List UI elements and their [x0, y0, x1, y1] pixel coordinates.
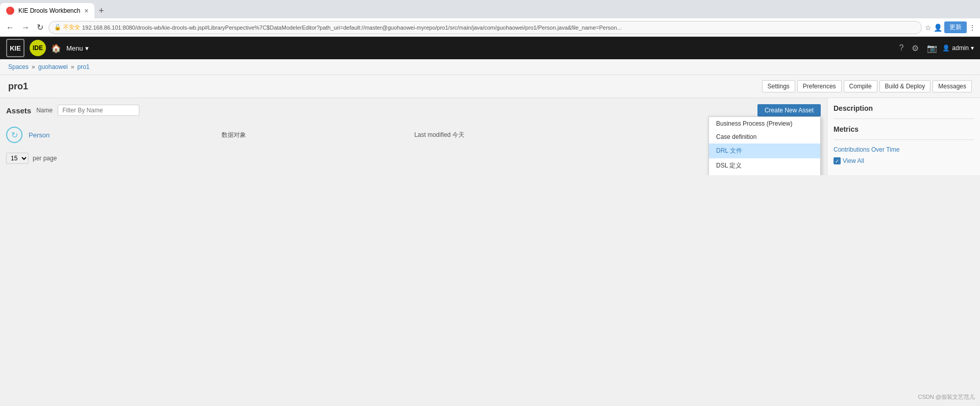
active-tab: 🔴 KIE Drools Workbench × — [0, 3, 94, 18]
per-page-label: per page — [33, 155, 57, 162]
breadcrumb-spaces[interactable]: Spaces — [8, 63, 29, 70]
dropdown-item[interactable]: DSL 定义 — [709, 158, 820, 173]
header-icons: ? ⚙ 📷 — [899, 43, 937, 53]
user-button[interactable]: 👤 — [934, 21, 942, 33]
dropdown-items: Business Process (Preview)Case definitio… — [709, 117, 820, 175]
asset-icon: ↻ — [6, 127, 22, 143]
browser-actions: ☆ 👤 更新 ⋮ — [925, 21, 976, 33]
help-icon[interactable]: ? — [899, 43, 903, 53]
breadcrumb-pro1[interactable]: pro1 — [77, 63, 89, 70]
tab-bar: 🔴 KIE Drools Workbench × + — [0, 0, 980, 18]
address-bar[interactable]: 🔓 不安全 192.168.86.101:8080/drools-wb/kie-… — [48, 21, 922, 34]
filter-label: Name — [36, 107, 53, 114]
home-button[interactable]: 🏠 — [51, 43, 61, 53]
description-divider — [834, 118, 974, 119]
admin-chevron-icon: ▾ — [971, 44, 974, 52]
view-all-label: View All — [843, 157, 864, 164]
ide-badge: IDE — [30, 40, 46, 56]
browser-chrome: 🔴 KIE Drools Workbench × + ← → ↻ 🔓 不安全 1… — [0, 0, 980, 37]
tab-title: KIE Drools Workbench — [18, 7, 80, 14]
back-button[interactable]: ← — [4, 22, 16, 33]
build-deploy-button[interactable]: Build & Deploy — [879, 80, 931, 92]
app-header: KIE IDE 🏠 Menu ▾ ? ⚙ 📷 👤 admin ▾ — [0, 37, 980, 59]
per-page-select[interactable]: 15 25 50 — [6, 153, 29, 164]
asset-type: 数据对象 — [222, 131, 408, 139]
create-new-asset-container: Create New Asset Business Process (Previ… — [757, 104, 821, 116]
compile-button[interactable]: Compile — [844, 80, 877, 92]
asset-type-dropdown: Business Process (Preview)Case definitio… — [708, 116, 821, 175]
pagination: 15 25 50 per page — [6, 148, 821, 169]
reload-button[interactable]: ↻ — [35, 21, 45, 33]
main-area: Assets Name Create New Asset Business Pr… — [0, 98, 980, 175]
forward-button[interactable]: → — [19, 22, 32, 33]
breadcrumb: Spaces » guohaowei » pro1 — [0, 59, 980, 75]
insecure-label: 不安全 — [63, 23, 80, 31]
contributions-label[interactable]: Contributions Over Time — [834, 146, 974, 153]
messages-button[interactable]: Messages — [933, 80, 972, 92]
tab-favicon: 🔴 — [6, 7, 14, 15]
dropdown-item[interactable]: Guided Decision Table Graph — [709, 173, 820, 175]
user-icon: 👤 — [942, 44, 950, 52]
breadcrumb-sep1: » — [32, 63, 35, 70]
bookmark-button[interactable]: ☆ — [925, 21, 932, 33]
menu-button[interactable]: ⋮ — [969, 21, 976, 33]
project-buttons: Settings Preferences Compile Build & Dep… — [762, 80, 972, 92]
admin-menu[interactable]: 👤 admin ▾ — [942, 44, 974, 52]
view-all-link[interactable]: ✓ View All — [834, 157, 974, 164]
update-button[interactable]: 更新 — [944, 21, 967, 33]
create-new-asset-button[interactable]: Create New Asset — [757, 104, 821, 116]
project-title: pro1 — [8, 81, 28, 92]
lock-icon: 🔓 — [54, 24, 61, 31]
description-title: Description — [834, 104, 974, 112]
kie-text: KIE — [10, 44, 21, 52]
kie-logo: KIE — [6, 39, 24, 57]
browser-controls: ← → ↻ 🔓 不安全 192.168.86.101:8080/drools-w… — [0, 18, 980, 37]
breadcrumb-sep2: » — [71, 63, 75, 70]
admin-label: admin — [952, 44, 969, 52]
dropdown-item[interactable]: Case definition — [709, 130, 820, 144]
ide-text: IDE — [33, 44, 43, 52]
tab-close-button[interactable]: × — [84, 7, 88, 15]
address-text: 192.168.86.101:8080/drools-wb/kie-drools… — [82, 25, 622, 31]
metrics-title: Metrics — [834, 125, 974, 133]
breadcrumb-guohaowei[interactable]: guohaowei — [38, 63, 68, 70]
new-tab-button[interactable]: + — [94, 6, 108, 16]
menu-dropdown-button[interactable]: Menu ▾ — [66, 44, 89, 52]
project-header: pro1 Settings Preferences Compile Build … — [0, 75, 980, 98]
filter-input[interactable] — [58, 105, 139, 116]
table-row: ↻ Person 数据对象 Last modified 今天 Created 4 — [6, 123, 821, 148]
assets-header: Assets Name Create New Asset Business Pr… — [6, 104, 821, 116]
settings-button[interactable]: Settings — [762, 80, 795, 92]
view-all-checkbox-icon: ✓ — [834, 157, 841, 164]
dropdown-item[interactable]: Business Process (Preview) — [709, 117, 820, 130]
chevron-down-icon: ▾ — [85, 44, 89, 52]
settings-icon[interactable]: ⚙ — [912, 43, 919, 53]
asset-name[interactable]: Person — [29, 131, 215, 139]
metrics-divider — [834, 139, 974, 140]
assets-panel: Assets Name Create New Asset Business Pr… — [0, 98, 827, 175]
dropdown-item[interactable]: DRL 文件 — [709, 144, 820, 158]
preferences-button[interactable]: Preferences — [797, 80, 842, 92]
side-panel: Description Metrics Contributions Over T… — [827, 98, 980, 175]
asset-rows-container: ↻ Person 数据对象 Last modified 今天 Created 4 — [6, 123, 821, 148]
camera-icon[interactable]: 📷 — [927, 43, 937, 53]
assets-title: Assets — [6, 106, 31, 115]
